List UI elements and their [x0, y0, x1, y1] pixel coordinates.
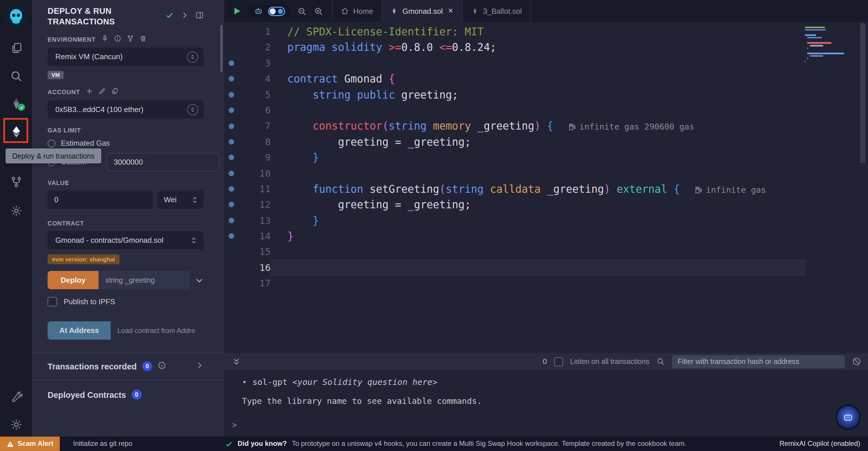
code-line[interactable]: 17 [224, 276, 868, 291]
estimated-gas-option[interactable]: Estimated Gas [48, 139, 204, 147]
delete-state-icon[interactable] [140, 35, 147, 43]
code-line[interactable]: 8 greeting = _greeting; [224, 134, 868, 150]
gutter-dot-icon[interactable] [228, 186, 234, 192]
plugin-manager-icon[interactable] [0, 204, 32, 217]
custom-gas-input[interactable] [106, 153, 219, 171]
code-line[interactable]: 5 string public greeting; [224, 87, 868, 103]
panel-scrollbar[interactable] [220, 25, 223, 72]
code-text[interactable]: } [271, 213, 806, 228]
code-text[interactable]: greeting = _greeting; [271, 134, 806, 150]
code-text[interactable]: } [271, 228, 806, 244]
expand-terminal-icon[interactable] [232, 357, 241, 366]
code-line[interactable]: 16 [224, 260, 868, 276]
settings-icon[interactable] [0, 418, 32, 431]
transactions-expand-icon[interactable] [195, 361, 204, 371]
tab-ballot-sol[interactable]: 3_Ballot.sol [463, 0, 531, 22]
gutter-dot-icon[interactable] [228, 233, 234, 239]
code-line[interactable]: 3 [224, 55, 868, 71]
fork-state-icon[interactable] [127, 35, 134, 43]
code-line[interactable]: 10 [224, 166, 868, 181]
code-line[interactable]: 13 } [224, 213, 868, 228]
code-text[interactable]: } [271, 150, 806, 166]
code-line[interactable]: 9 } [224, 150, 868, 166]
deployed-contracts-row[interactable]: Deployed Contracts 0 [48, 380, 204, 408]
gutter-dot-icon[interactable] [228, 155, 234, 160]
close-tab-icon[interactable] [447, 7, 454, 15]
code-line[interactable]: 14} [224, 228, 868, 244]
transactions-info-icon[interactable] [158, 361, 166, 371]
terminal-prompt[interactable]: > [232, 420, 868, 430]
value-unit-select[interactable]: Wei [157, 191, 204, 209]
editor-scrollbar[interactable] [860, 22, 865, 353]
code-text[interactable]: pragma solidity >=0.8.0 <=0.8.24; [271, 40, 806, 55]
git-init-status[interactable]: Initialize as git repo [73, 440, 132, 448]
code-text[interactable]: contract Gmonad { [271, 71, 806, 87]
zoom-out-icon[interactable] [298, 6, 307, 16]
copilot-status[interactable]: RemixAI Copilot (enabled) [780, 440, 860, 448]
code-text[interactable] [271, 103, 806, 118]
estimated-gas-radio[interactable] [48, 139, 55, 147]
pin-environment-icon[interactable] [101, 35, 108, 43]
code-line[interactable]: 7 constructor(string memory _greeting) {… [224, 118, 868, 134]
transactions-recorded-row[interactable]: Transactions recorded 0 [48, 353, 204, 380]
code-text[interactable]: string public greeting; [271, 87, 806, 103]
constructor-args-input[interactable] [98, 271, 190, 289]
pin-panel-icon[interactable] [195, 11, 204, 22]
code-text[interactable] [271, 55, 806, 71]
tab-gmonad-sol[interactable]: Gmonad.sol [382, 0, 463, 22]
gutter-dot-icon[interactable] [228, 92, 234, 97]
gutter-dot-icon[interactable] [228, 202, 234, 207]
gutter-dot-icon[interactable] [228, 123, 234, 129]
listen-all-transactions-checkbox[interactable] [554, 357, 563, 366]
git-icon[interactable] [0, 175, 32, 188]
code-line[interactable]: 4contract Gmonad { [224, 71, 868, 87]
search-icon[interactable] [0, 69, 32, 82]
copy-account-icon[interactable] [111, 88, 118, 96]
clear-console-icon[interactable] [852, 357, 861, 366]
gutter-dot-icon[interactable] [228, 139, 234, 144]
contract-select[interactable]: Gmonad - contracts/Gmonad.sol [48, 231, 204, 249]
terminal[interactable]: •sol-gpt <your Solidity question here>Ty… [224, 370, 868, 436]
code-text[interactable]: function setGreeting(string calldata _gr… [271, 181, 806, 197]
scrollbar-thumb[interactable] [860, 23, 865, 163]
tools-icon[interactable] [0, 390, 32, 403]
run-script-button[interactable] [232, 6, 242, 16]
deploy-button[interactable]: Deploy [48, 271, 98, 289]
environment-info-icon[interactable] [114, 35, 121, 43]
expand-constructor-args-icon[interactable] [195, 276, 204, 284]
code-line[interactable]: 15 [224, 244, 868, 260]
terminal-search-icon[interactable] [656, 357, 665, 366]
remix-logo[interactable] [0, 4, 32, 29]
environment-select[interactable]: Remix VM (Cancun) [48, 48, 204, 66]
gutter-dot-icon[interactable] [228, 107, 234, 113]
code-line[interactable]: 2pragma solidity >=0.8.0 <=0.8.24; [224, 40, 868, 55]
solidity-compiler-icon[interactable] [0, 97, 32, 110]
file-explorer-icon[interactable] [0, 41, 32, 54]
transaction-filter-input[interactable] [672, 355, 845, 368]
code-text[interactable] [271, 244, 806, 260]
gutter-dot-icon[interactable] [228, 60, 234, 66]
code-text[interactable] [271, 276, 806, 291]
value-input[interactable] [48, 191, 153, 209]
at-address-button[interactable]: At Address [48, 321, 111, 340]
copilot-toggle[interactable] [268, 6, 285, 16]
code-text[interactable] [271, 260, 806, 276]
code-text[interactable]: greeting = _greeting; [271, 197, 806, 213]
gutter-dot-icon[interactable] [228, 76, 234, 82]
code-text[interactable] [271, 166, 806, 181]
code-line[interactable]: 11 function setGreeting(string calldata … [224, 181, 868, 197]
at-address-input[interactable] [111, 321, 204, 340]
publish-to-ipfs-row[interactable]: Publish to IPFS [48, 297, 204, 307]
account-select[interactable]: 0x5B3...eddC4 (100 ether) [48, 100, 204, 119]
gutter-dot-icon[interactable] [228, 218, 234, 223]
minimap[interactable] [805, 26, 848, 71]
panel-collapse-icon[interactable] [181, 11, 189, 22]
zoom-in-icon[interactable] [314, 6, 323, 16]
gutter-dot-icon[interactable] [228, 170, 234, 176]
code-text[interactable]: // SPDX-License-Identifier: MIT [271, 24, 806, 40]
sign-message-icon[interactable] [98, 88, 105, 96]
scam-alert-badge[interactable]: Scam Alert [0, 436, 60, 451]
code-text[interactable]: constructor(string memory _greeting) {in… [271, 118, 806, 134]
code-editor[interactable]: 1// SPDX-License-Identifier: MIT2pragma … [224, 22, 868, 353]
publish-ipfs-checkbox[interactable] [48, 297, 57, 307]
